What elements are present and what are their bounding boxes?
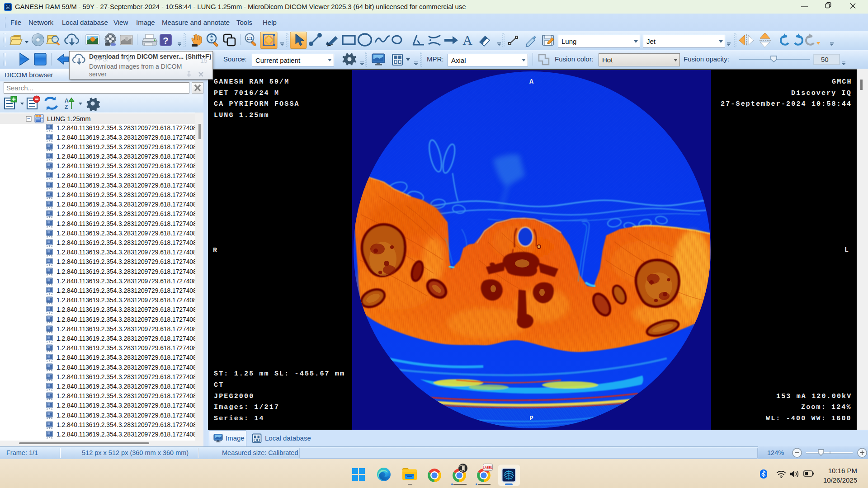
svg-text:A: A — [462, 33, 472, 47]
svg-text:Z: Z — [65, 104, 68, 110]
svg-text:?: ? — [163, 35, 169, 46]
svg-text:Fusion color:: Fusion color: — [555, 55, 594, 63]
svg-text:50: 50 — [821, 56, 829, 63]
svg-text:1:1: 1:1 — [246, 36, 252, 41]
svg-text:LABEL: LABEL — [483, 466, 493, 469]
svg-text:A: A — [65, 98, 69, 104]
svg-text:MPR:: MPR: — [427, 55, 444, 63]
svg-text:Fusion opacity:: Fusion opacity: — [684, 55, 729, 63]
svg-text:Source:: Source: — [223, 55, 247, 63]
